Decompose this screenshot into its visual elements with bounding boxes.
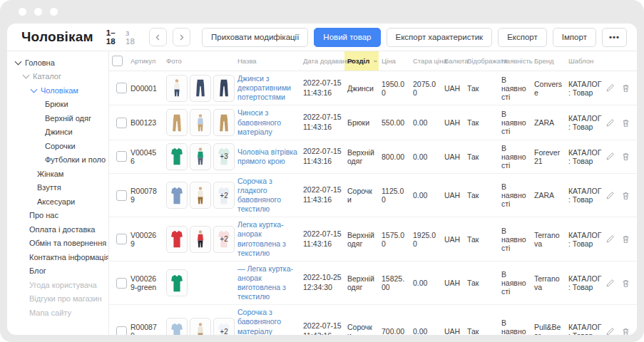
sidebar-item-2-active[interactable]: Чоловікам xyxy=(7,83,108,98)
edit-button[interactable] xyxy=(605,118,615,128)
column-header-sku[interactable]: Артикул xyxy=(128,51,163,71)
column-header-date[interactable]: Дата додавання xyxy=(300,51,344,71)
column-header-section[interactable]: Розділ xyxy=(344,51,379,71)
product-photo-thumb[interactable] xyxy=(190,75,211,102)
delete-button[interactable] xyxy=(621,191,630,200)
product-name-link[interactable]: Чоловіча вітрівка прямого крою xyxy=(237,147,297,166)
sidebar-item-label: Джинси xyxy=(45,128,73,136)
row-checkbox[interactable] xyxy=(116,190,127,201)
more-photos-badge[interactable]: +3 xyxy=(213,143,235,170)
product-photo-thumb[interactable] xyxy=(190,182,211,209)
time-added: 11:43:16 xyxy=(303,157,342,167)
row-checkbox[interactable] xyxy=(116,234,127,244)
column-header-price[interactable]: Ціна xyxy=(379,51,410,71)
row-checkbox[interactable] xyxy=(116,278,127,289)
cell-section: Джинси xyxy=(344,71,379,105)
product-photo-thumb[interactable] xyxy=(166,182,188,209)
row-checkbox[interactable] xyxy=(116,326,127,335)
row-checkbox[interactable] xyxy=(116,83,127,93)
sidebar-item-3-link[interactable]: Сорочки xyxy=(7,139,108,153)
product-name-link[interactable]: Джинси з декоративними потертостями xyxy=(237,74,297,102)
sidebar-item-1-link[interactable]: Відгуки про магазин xyxy=(7,292,108,306)
sidebar-item-1-link[interactable]: Про нас xyxy=(7,209,108,223)
column-header-template[interactable]: Шаблон xyxy=(566,51,605,71)
product-photo-thumb[interactable] xyxy=(166,109,188,136)
cell-checkbox xyxy=(109,305,128,335)
product-photo-thumb[interactable] xyxy=(190,109,211,136)
product-photo-thumb[interactable] xyxy=(166,75,188,102)
delete-button[interactable] xyxy=(621,234,630,244)
edit-button[interactable] xyxy=(605,327,615,335)
sidebar-item-2-link[interactable]: Жінкам xyxy=(7,167,108,181)
edit-button[interactable] xyxy=(605,191,615,200)
sidebar-item-1-link[interactable]: Обмін та повернення xyxy=(7,237,108,251)
edit-button[interactable] xyxy=(605,152,615,161)
product-photo-thumb[interactable] xyxy=(166,143,188,170)
product-photo-thumb[interactable] xyxy=(190,318,211,335)
product-photo-thumb[interactable] xyxy=(213,109,235,136)
window-close-dot[interactable] xyxy=(19,8,26,16)
more-photos-badge[interactable]: +2 xyxy=(213,226,235,253)
new-product-button[interactable]: Новий товар xyxy=(314,28,380,47)
product-name-link[interactable]: Легка куртка-анорак виготовлена з тексти… xyxy=(237,220,297,258)
window-minimize-dot[interactable] xyxy=(34,8,42,16)
row-actions xyxy=(608,191,635,200)
next-page-button[interactable] xyxy=(173,28,190,46)
delete-button[interactable] xyxy=(621,118,630,128)
product-photo-thumb[interactable] xyxy=(166,226,188,253)
product-photo-thumb[interactable] xyxy=(190,143,211,170)
sidebar-item-1-link[interactable]: Мапа сайту xyxy=(7,306,108,320)
prev-page-button[interactable] xyxy=(149,28,167,46)
trash-icon xyxy=(621,234,630,244)
row-checkbox[interactable] xyxy=(116,118,127,128)
sidebar-item-3-link[interactable]: Футболки и поло xyxy=(7,153,108,167)
product-photo-thumb[interactable] xyxy=(166,269,188,296)
product-name-link[interactable]: Сорочка з гладкого бавовняного текстилю xyxy=(237,177,297,214)
more-photos-badge[interactable]: +2 xyxy=(213,318,235,335)
column-header-old_price[interactable]: Стара ціна xyxy=(410,51,441,71)
sidebar-item-1-link[interactable]: Оплата і доставка xyxy=(7,222,108,237)
sidebar-item-1-link[interactable]: Контактна інформація xyxy=(7,250,108,264)
column-header-brand[interactable]: Бренд xyxy=(531,51,566,71)
select-all-checkbox[interactable] xyxy=(112,56,123,66)
import-button[interactable]: Імпорт xyxy=(553,28,596,47)
sort-icon[interactable] xyxy=(374,58,377,65)
column-header-currency[interactable]: Валюта xyxy=(441,51,464,71)
more-photos-badge[interactable]: +2 xyxy=(213,182,235,209)
export-button[interactable]: Експорт xyxy=(498,28,547,47)
column-header-display[interactable]: Відображати xyxy=(464,51,499,71)
hide-modifications-button[interactable]: Приховати модифікації xyxy=(202,28,308,47)
sidebar-item-0-link[interactable]: Головна xyxy=(7,56,108,70)
edit-button[interactable] xyxy=(605,234,615,244)
product-name-link[interactable]: Чиноси з бавовняного матеріалу xyxy=(237,108,297,136)
sidebar-item-1-link[interactable]: Угода користувача xyxy=(7,278,108,292)
export-characteristics-button[interactable]: Експорт характеристик xyxy=(387,28,493,47)
product-photo-thumb[interactable] xyxy=(190,226,211,253)
sidebar-item-1-link[interactable]: Блог xyxy=(7,264,108,279)
sidebar-item-1-link[interactable]: Каталог xyxy=(7,70,108,84)
sidebar-item-2-link[interactable]: Аксесуари xyxy=(7,195,108,209)
product-name-link[interactable]: — Легка куртка-анорак виготовлена з текс… xyxy=(237,264,297,302)
row-checkbox[interactable] xyxy=(116,151,127,162)
more-actions-button[interactable]: ••• xyxy=(602,28,627,47)
delete-button[interactable] xyxy=(621,327,630,335)
sidebar-item-3-link[interactable]: Брюки xyxy=(7,98,108,112)
column-header-actions[interactable] xyxy=(605,51,637,71)
column-header-name[interactable]: Назва xyxy=(235,51,300,71)
delete-button[interactable] xyxy=(621,83,630,93)
delete-button[interactable] xyxy=(621,279,630,288)
product-photo-thumb[interactable] xyxy=(166,318,188,335)
edit-button[interactable] xyxy=(605,83,615,93)
sidebar-item-3-link[interactable]: Джинси xyxy=(7,125,108,140)
window-maximize-dot[interactable] xyxy=(50,8,58,16)
delete-button[interactable] xyxy=(621,152,630,161)
column-header-availability[interactable]: Наявність xyxy=(499,51,531,71)
sidebar-item-2-link[interactable]: Взуття xyxy=(7,181,108,195)
sidebar-item-3-link[interactable]: Верхній одяг xyxy=(7,111,108,125)
app-window: Чоловікам 1–18 з 18 Приховати модифікаці… xyxy=(0,0,644,342)
cell-photo: +3 xyxy=(163,140,235,173)
product-name-link[interactable]: Сорочка з бавовняного матеріалу притален… xyxy=(237,308,297,335)
product-photo-thumb[interactable] xyxy=(213,75,235,102)
column-header-photo[interactable]: Фото xyxy=(163,51,235,71)
edit-button[interactable] xyxy=(605,279,615,288)
